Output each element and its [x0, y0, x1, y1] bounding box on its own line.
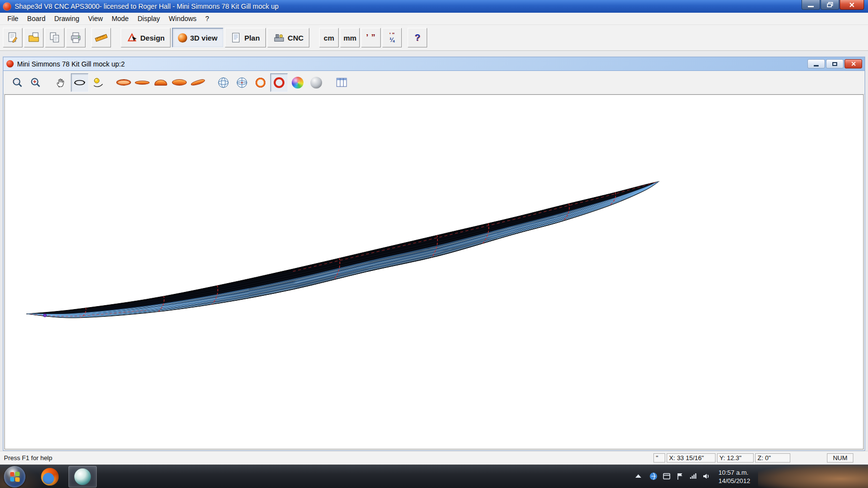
plan-mode-button[interactable]: Plan [225, 28, 266, 47]
wireframe-axes-icon [236, 76, 248, 89]
doc-maximize-icon [832, 62, 837, 66]
board-profile-icon [135, 81, 150, 85]
view-section-button[interactable] [152, 73, 170, 92]
shaded-ring-button[interactable] [252, 73, 269, 92]
tray-window-icon[interactable] [662, 472, 671, 481]
menu-file[interactable]: File [3, 13, 23, 24]
sphere-3d-icon [178, 33, 187, 43]
main-toolbar: Design 3D view Plan CNC cm mm [0, 25, 868, 51]
document-window-controls [807, 59, 862, 68]
status-help-text: Press F1 for help [4, 454, 52, 462]
close-button[interactable] [840, 0, 864, 10]
volume-icon[interactable] [702, 472, 711, 481]
zoom-button[interactable] [27, 73, 44, 92]
shape3d-app-window: Shape3d V8 CNC APS3000- licensed to Roge… [0, 0, 868, 488]
restore-button[interactable] [821, 0, 839, 10]
app-title: Shape3d V8 CNC APS3000- licensed to Roge… [15, 2, 279, 10]
zoom-window-icon [11, 76, 23, 89]
inches-label: ’ ” [366, 33, 376, 43]
firefox-icon [41, 468, 59, 486]
cm-label: cm [324, 34, 334, 42]
taskbar-firefox-button[interactable] [37, 466, 63, 488]
plan-label: Plan [244, 34, 260, 42]
design-mode-button[interactable]: Design [121, 28, 171, 47]
orange-ring-icon [255, 77, 266, 89]
render-gray-button[interactable] [307, 73, 325, 92]
copy-button[interactable] [45, 28, 65, 47]
unit-mm-button[interactable]: mm [340, 28, 360, 47]
view-toolbar [3, 71, 865, 94]
clock-time: 10:57 a.m. [718, 468, 761, 477]
menu-help[interactable]: ? [201, 13, 214, 24]
menu-display[interactable]: Display [133, 13, 164, 24]
view-outline-button[interactable] [115, 73, 132, 92]
menu-drawing[interactable]: Drawing [50, 13, 84, 24]
start-button[interactable] [4, 466, 25, 488]
wireframe-globe-icon [217, 76, 230, 89]
open-file-button[interactable] [24, 28, 43, 47]
wireframe-view-button[interactable] [215, 73, 232, 92]
view3d-mode-button[interactable]: 3D view [172, 28, 223, 47]
printer-icon [69, 31, 82, 44]
windows-logo-icon [10, 471, 20, 482]
system-tray [649, 472, 711, 481]
contour-ball-button[interactable] [89, 73, 107, 92]
board-section-icon [154, 80, 167, 86]
view-solid-button[interactable] [171, 73, 188, 92]
doc-minimize-button[interactable] [807, 59, 825, 68]
view-profile-button[interactable] [133, 73, 151, 92]
restore-icon [827, 2, 833, 7]
network-signal-icon[interactable] [689, 472, 697, 481]
pan-button[interactable] [52, 73, 70, 92]
print-button[interactable] [66, 28, 86, 47]
menu-view[interactable]: View [84, 13, 107, 24]
unit-fraction-button[interactable]: ’ ” ¼ [382, 28, 402, 47]
menu-windows[interactable]: Windows [164, 13, 201, 24]
status-x-field: X: 33 15/16" [667, 453, 716, 463]
open-board-button[interactable] [3, 28, 22, 47]
fraction-icon: ’ ” ¼ [390, 32, 395, 43]
unit-inches-button[interactable]: ’ ” [361, 28, 381, 47]
wireframe-axes-button[interactable] [233, 73, 251, 92]
board-rail-icon [190, 79, 205, 87]
measure-button[interactable] [91, 28, 111, 47]
design-label: Design [140, 34, 165, 42]
view3d-label: 3D view [190, 34, 217, 42]
menu-mode[interactable]: Mode [107, 13, 133, 24]
app-titlebar[interactable]: Shape3d V8 CNC APS3000- licensed to Roge… [0, 0, 868, 13]
rainbow-sphere-icon [292, 77, 304, 89]
tray-expand-icon[interactable] [635, 474, 641, 478]
rotate-view-button[interactable] [71, 73, 88, 92]
unit-cm-button[interactable]: cm [319, 28, 339, 47]
taskbar-app-button[interactable] [68, 466, 97, 488]
zoom-window-button[interactable] [8, 73, 26, 92]
action-center-flag-icon[interactable] [675, 472, 684, 481]
plan-doc-icon [231, 32, 241, 43]
doc-maximize-button[interactable] [826, 59, 844, 68]
clock-date: 14/05/2012 [718, 477, 761, 485]
doc-minimize-icon [814, 65, 819, 67]
help-button[interactable]: ? [408, 28, 427, 47]
hand-icon [55, 76, 67, 89]
view-rail-button[interactable] [189, 73, 207, 92]
help-question-icon: ? [414, 32, 420, 43]
cnc-mode-button[interactable]: CNC [267, 28, 310, 47]
copy-icon [48, 31, 61, 44]
menu-board[interactable]: Board [23, 13, 50, 24]
document-icon [6, 60, 14, 67]
cnc-machine-icon [273, 32, 285, 44]
render-color-button[interactable] [289, 73, 306, 92]
status-numlock-field: NUM [827, 453, 853, 463]
close-icon [849, 2, 855, 7]
status-z-field: Z: 0" [755, 453, 790, 463]
tray-browser-icon[interactable] [649, 472, 658, 481]
outline-ring-button[interactable] [270, 73, 288, 92]
doc-close-button[interactable] [845, 59, 862, 68]
minimize-button[interactable] [802, 0, 820, 10]
viewport-3d[interactable] [4, 94, 864, 449]
taskbar-clock[interactable]: 10:57 a.m. 14/05/2012 [718, 468, 761, 485]
status-unit-field: " [653, 453, 665, 463]
panel-grid-button[interactable] [333, 73, 350, 92]
document-titlebar[interactable]: Mini Simmons 78 Kit Gill mock up:2 [3, 57, 865, 71]
board-solid-icon [172, 79, 187, 86]
